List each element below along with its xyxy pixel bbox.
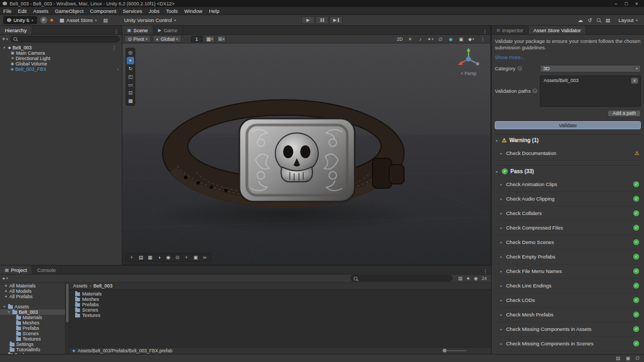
tab-project[interactable]: ▦ Project [0,265,32,274]
create-object-button[interactable]: + ▾ [2,36,8,42]
tree-scenes[interactable]: Scenes [0,331,65,336]
link-tool-icon[interactable]: ∞ [200,255,209,260]
panel-menu-icon[interactable]: ⋮ [480,269,491,274]
tree-materials[interactable]: Materials [0,315,65,320]
hidden-objects-toggle[interactable]: ∅ [436,35,445,42]
folder-prefabs[interactable]: Prefabs [75,302,491,307]
expand-icon[interactable]: ▸ [499,313,503,316]
expand-icon[interactable]: ▼ [6,311,11,314]
tree-settings[interactable]: Settings [0,342,65,347]
undo-history-icon[interactable]: ↺ [588,17,592,23]
hierarchy-item-global-volume[interactable]: ◉ Global Volume [0,61,122,67]
visibility-overlay-icon[interactable]: ◉ [164,255,173,260]
breadcrumb-belt-003[interactable]: Belt_003 [93,283,113,289]
tree-assets[interactable]: ▼ Assets [0,304,65,309]
rotate-tool-button[interactable]: ↻ [127,65,134,72]
effects-dropdown[interactable]: ✦ ▾ [426,35,435,42]
play-button[interactable]: ▶ [302,16,315,24]
custom-tool-button[interactable]: ▩ [127,97,134,105]
menu-edit[interactable]: Edit [14,8,30,14]
hierarchy-item-directional-light[interactable]: ☀ Directional Light [0,56,122,61]
rect-tool-button[interactable]: ▭ [127,81,134,88]
add-path-button[interactable]: Add a path [608,110,641,117]
panel-menu-icon[interactable]: ⋮ [479,29,491,34]
overlays-toggle[interactable]: ◉ [447,35,455,42]
pass-check-row[interactable]: ▸ Check Missing Components in Assets ✓ [495,322,641,337]
expand-icon[interactable]: ▸ [495,138,499,142]
pass-check-row[interactable]: ▸ Check File Menu Names ✓ [495,264,641,279]
project-tree-scrollbar[interactable] [65,283,69,354]
grid-size-field[interactable] [191,36,203,42]
pass-check-row[interactable]: ▸ Check Line Endings ✓ [495,279,641,293]
warning-check-row[interactable]: ▸ Check Documentation ⚠ [495,146,641,161]
tab-console[interactable]: Console [32,265,61,274]
folder-meshes[interactable]: Meshes [75,297,491,302]
asset-store-button[interactable]: ▦ Asset Store ▾ [56,16,100,24]
expand-icon[interactable]: ▸ [499,211,503,215]
cache-server-icon[interactable]: ▣ [626,356,631,361]
hidden-packages-count[interactable]: 24 [482,276,487,281]
open-prefab-icon[interactable]: › [117,67,120,72]
2d-toggle[interactable]: 2D [396,35,404,42]
panel-menu-icon[interactable]: ⋮ [111,29,122,34]
menu-file[interactable]: File [0,8,14,14]
tab-hierarchy[interactable]: Hierarchy [0,26,32,34]
category-dropdown[interactable]: 3D ▾ [540,65,641,72]
account-button[interactable]: F [40,17,47,24]
grid-visibility-dropdown[interactable]: ▦ ▾ [205,35,215,42]
progress-icon[interactable]: ∅ [635,356,640,361]
warning-section-header[interactable]: ▸ ⚠ Warning (1) [495,134,641,146]
console-activity-icon[interactable]: ▤ [616,356,620,361]
expand-icon[interactable]: ▼ [2,305,6,308]
pass-check-row[interactable]: ▸ Check Animation Clips ✓ [495,178,641,192]
wireframe-mode-icon[interactable]: ▦ [145,255,155,260]
visibility-filter-icon[interactable]: ◉ [474,276,478,281]
expand-icon[interactable]: ▸ [499,255,503,258]
scale-tool-button[interactable]: ◰ [127,73,134,80]
pivot-dropdown[interactable]: ⊙ Pivot ▾ [125,35,151,42]
thumbnail-size-slider[interactable] [442,350,466,351]
scene-viewport[interactable]: ◎ + ↻ ◰ ▭ ⊡ ▩ < Persp + ▤ ▦ ◑ [122,43,491,265]
search-by-type-icon[interactable]: ▤ [458,276,462,281]
move-tool-button[interactable]: + [127,57,134,64]
menu-services[interactable]: Services [120,8,145,14]
expand-icon[interactable]: ▸ [499,269,503,273]
pass-section-header[interactable]: ▸ ✓ Pass (33) [495,165,641,178]
shading-mode-icon[interactable]: ▤ [136,255,145,260]
pass-check-row[interactable]: ▸ Check Empty Prefabs ✓ [495,250,641,264]
tree-meshes[interactable]: Meshes [0,320,65,326]
zoom-tool-icon[interactable]: ⊙ [173,255,182,260]
tab-asset-store-validator[interactable]: Asset Store Validator [529,26,587,34]
search-icon[interactable] [597,18,601,22]
folder-textures[interactable]: Textures [75,313,491,318]
layout-dropdown[interactable]: Layout ▾ [615,16,641,24]
folder-materials[interactable]: Materials [75,291,491,297]
perspective-label[interactable]: < Persp [453,71,484,76]
cloud-icon[interactable]: ☁ [578,17,583,23]
menu-jobs[interactable]: Jobs [145,8,163,14]
gizmos-dropdown[interactable]: ◆ ▾ [467,35,475,42]
validate-button[interactable]: Validate [495,121,641,129]
menu-tools[interactable]: Tools [163,8,181,14]
scene-options-icon[interactable]: ⋮ [108,45,120,50]
scene-row[interactable]: ▼ ◆ Belt_003 ⋮ [0,45,122,50]
tab-inspector[interactable]: ⊙ Inspector [492,26,529,34]
maximize-button[interactable]: □ [625,1,627,6]
tab-game[interactable]: ▶ Game [153,26,183,34]
create-asset-button[interactable]: + ▾ [2,276,8,282]
minimize-button[interactable]: – [614,1,617,6]
menu-assets[interactable]: Assets [30,8,52,14]
favorite-all-models[interactable]: ★ All Models [0,289,65,294]
hierarchy-search-input[interactable] [19,36,116,42]
scene-view-menu-icon[interactable]: ⋮ [477,36,488,42]
pass-check-row[interactable]: ▸ Check Compressed Files ✓ [495,221,641,235]
help-icon[interactable]: ? [517,66,522,71]
help-icon[interactable]: ? [532,88,537,93]
validation-path-row[interactable]: Assets/Belt_003 X [541,77,639,84]
folder-scenes[interactable]: Scenes [75,307,491,313]
menu-window[interactable]: Window [181,8,206,14]
expand-icon[interactable]: ▸ [499,151,503,155]
favorite-all-materials[interactable]: ★ All Materials [0,283,65,289]
view-tool-button[interactable]: ◎ [127,49,134,56]
plastic-scm-icon[interactable]: ▤ [103,17,108,23]
